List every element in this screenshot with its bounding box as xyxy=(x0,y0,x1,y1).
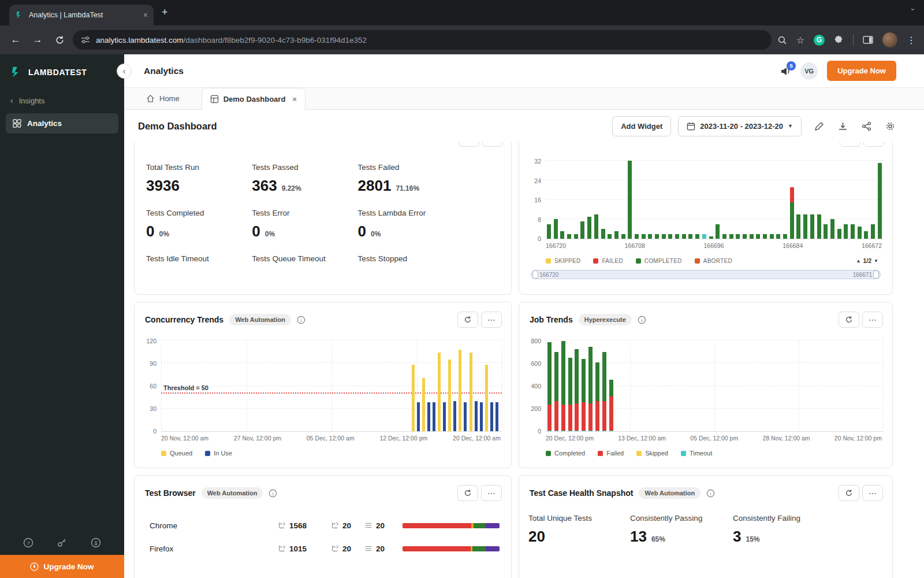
more-options-button[interactable]: ⋯ xyxy=(482,142,503,147)
chart-bar xyxy=(642,161,646,239)
sidebar-item-analytics[interactable]: Analytics xyxy=(6,113,118,134)
refresh-button[interactable] xyxy=(839,485,859,501)
stat-pct: 15% xyxy=(746,535,759,543)
billing-icon[interactable]: $ xyxy=(91,538,101,548)
bookmark-icon[interactable]: ☆ xyxy=(796,35,804,46)
stat-value: 2801 xyxy=(358,177,392,195)
settings-gear-icon[interactable] xyxy=(885,121,895,131)
user-avatar[interactable]: VG xyxy=(800,62,818,80)
forward-icon[interactable]: → xyxy=(27,34,49,46)
url-path: /dashboard/f8beb2f9-9020-4c73-b9b6-031f9… xyxy=(184,36,367,45)
data-zoom-slider[interactable]: 166720 166671 xyxy=(531,270,881,279)
legend-item[interactable]: In Use xyxy=(205,450,232,457)
tab-close-icon[interactable]: × xyxy=(143,10,148,20)
table-row-firefox[interactable]: Firefox 1015 20 20 xyxy=(135,537,511,560)
announcements-button[interactable]: 5 xyxy=(780,65,791,77)
collapse-back-button[interactable]: ‹ xyxy=(117,64,132,79)
widget-badge: Web Automation xyxy=(639,487,701,499)
svg-text:i: i xyxy=(641,317,643,323)
refresh-button[interactable] xyxy=(459,142,479,147)
queue-icon xyxy=(364,544,372,553)
lambdatest-logo[interactable]: LAMBDATEST xyxy=(0,54,124,89)
legend-item[interactable]: Queued xyxy=(161,450,192,457)
legend-item[interactable]: FAILED xyxy=(593,258,623,264)
stat-cell: Tests Passed3639.22% xyxy=(252,163,357,195)
info-icon[interactable]: i xyxy=(269,489,277,498)
extensions-icon[interactable] xyxy=(834,35,844,45)
browser-tab[interactable]: Analytics | LambdaTest × xyxy=(9,5,154,25)
back-icon[interactable]: ← xyxy=(5,34,27,46)
share-icon[interactable] xyxy=(862,121,871,131)
chevron-down-icon[interactable]: ⌄ xyxy=(910,3,916,12)
legend-item[interactable]: COMPLETED xyxy=(636,258,682,264)
tab-demo-dashboard[interactable]: Demo Dashboard × xyxy=(202,88,305,110)
url-bar[interactable]: analytics.lambdatest.com/dashboard/f8beb… xyxy=(73,30,772,50)
legend-pager[interactable]: ▲1/2▼ xyxy=(856,257,878,264)
widget-title: Test Browser xyxy=(145,488,196,498)
tab-home[interactable]: Home xyxy=(136,87,190,109)
page-down-icon[interactable]: ▼ xyxy=(874,258,878,264)
zoom-handle-right[interactable] xyxy=(873,271,879,279)
chart-bar xyxy=(871,161,875,239)
chart-bar xyxy=(750,161,754,239)
browser-name: Firefox xyxy=(150,544,278,553)
info-icon[interactable]: i xyxy=(706,489,715,498)
chart-bar xyxy=(608,161,612,239)
browser-menu-icon[interactable]: ⋮ xyxy=(907,35,916,46)
more-options-button[interactable]: ⋯ xyxy=(862,312,883,328)
legend-item[interactable]: Skipped xyxy=(636,450,668,457)
site-settings-icon[interactable] xyxy=(81,35,90,45)
sidebar: LAMBDATEST ‹ Insights Analytics ? $ Upgr… xyxy=(0,54,124,578)
refresh-button[interactable] xyxy=(839,312,859,328)
chart-bar xyxy=(675,161,679,239)
chart-bar xyxy=(575,340,579,431)
grammarly-icon[interactable]: G xyxy=(814,35,825,46)
chart-bar xyxy=(729,161,733,239)
zoom-icon[interactable] xyxy=(777,35,787,45)
download-icon[interactable] xyxy=(838,121,848,131)
more-options-button[interactable]: ⋯ xyxy=(862,485,883,501)
date-range-button[interactable]: 2023-11-20 - 2023-12-20 ▼ xyxy=(678,116,802,136)
help-icon[interactable]: ? xyxy=(23,538,33,548)
chart-legend: CompletedFailedSkippedTimeout xyxy=(546,450,712,457)
refresh-button[interactable] xyxy=(840,142,860,147)
stat-label: Total Tests Run xyxy=(146,163,252,172)
new-tab-icon[interactable]: + xyxy=(162,7,168,17)
page-up-icon[interactable]: ▲ xyxy=(856,258,861,264)
tab-close-icon[interactable]: × xyxy=(292,95,297,103)
legend-item[interactable]: ABORTED xyxy=(695,258,732,264)
chart-bar xyxy=(688,161,692,239)
sidebar-upgrade-button[interactable]: Upgrade Now xyxy=(0,555,124,578)
profile-avatar[interactable] xyxy=(882,32,897,47)
table-row-chrome[interactable]: Chrome 1568 20 20 xyxy=(135,514,511,537)
chart-bar xyxy=(443,340,446,431)
legend-item[interactable]: Timeout xyxy=(681,450,712,457)
stat-label: Tests Lambda Error xyxy=(358,209,511,217)
chart-bar xyxy=(858,161,862,239)
legend-item[interactable]: SKIPPED xyxy=(546,258,580,264)
legend-item[interactable]: Failed xyxy=(598,450,624,457)
legend-item[interactable]: Completed xyxy=(546,450,585,457)
chevron-left-icon[interactable]: ‹ xyxy=(10,96,13,105)
chart-bar xyxy=(490,340,493,431)
more-options-button[interactable]: ⋯ xyxy=(863,142,884,147)
info-icon[interactable]: i xyxy=(297,316,305,324)
info-icon[interactable]: i xyxy=(638,316,646,324)
side-panel-icon[interactable] xyxy=(863,35,873,45)
zoom-handle-left[interactable] xyxy=(532,271,538,279)
more-options-button[interactable]: ⋯ xyxy=(481,312,502,328)
refresh-button[interactable] xyxy=(457,312,478,328)
add-widget-button[interactable]: Add Widget xyxy=(612,116,671,136)
more-options-button[interactable]: ⋯ xyxy=(481,485,502,501)
queue-icon xyxy=(364,521,372,529)
metric-value: 20 xyxy=(376,521,385,530)
stat-value: 3 xyxy=(733,528,741,546)
upgrade-now-button[interactable]: Upgrade Now xyxy=(827,61,896,81)
sidebar-item-insights[interactable]: ‹ Insights xyxy=(0,89,124,112)
refresh-button[interactable] xyxy=(457,485,478,501)
home-icon xyxy=(146,94,155,103)
edit-icon[interactable] xyxy=(814,121,824,131)
key-icon[interactable] xyxy=(57,538,67,548)
stat-value: 0 xyxy=(146,223,154,240)
reload-icon[interactable] xyxy=(49,35,70,45)
